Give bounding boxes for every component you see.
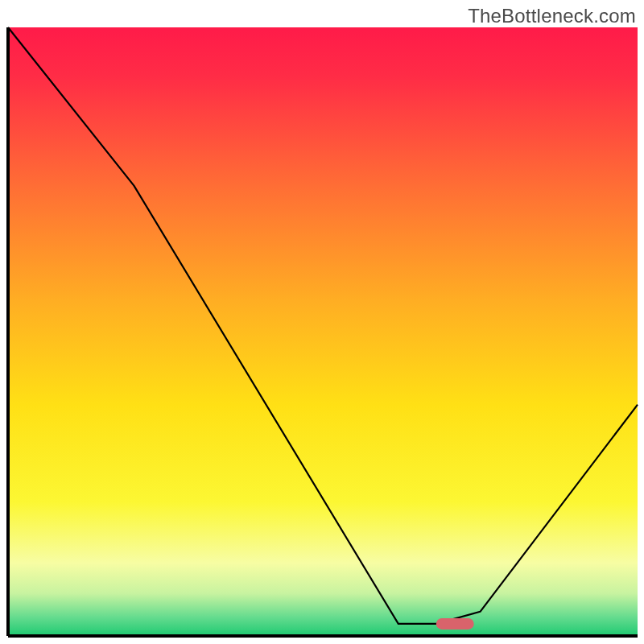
optimal-marker xyxy=(436,618,474,630)
watermark-text: TheBottleneck.com xyxy=(468,5,636,27)
bottleneck-chart xyxy=(0,0,644,644)
chart-container: TheBottleneck.com xyxy=(0,0,644,644)
chart-background xyxy=(8,27,638,636)
